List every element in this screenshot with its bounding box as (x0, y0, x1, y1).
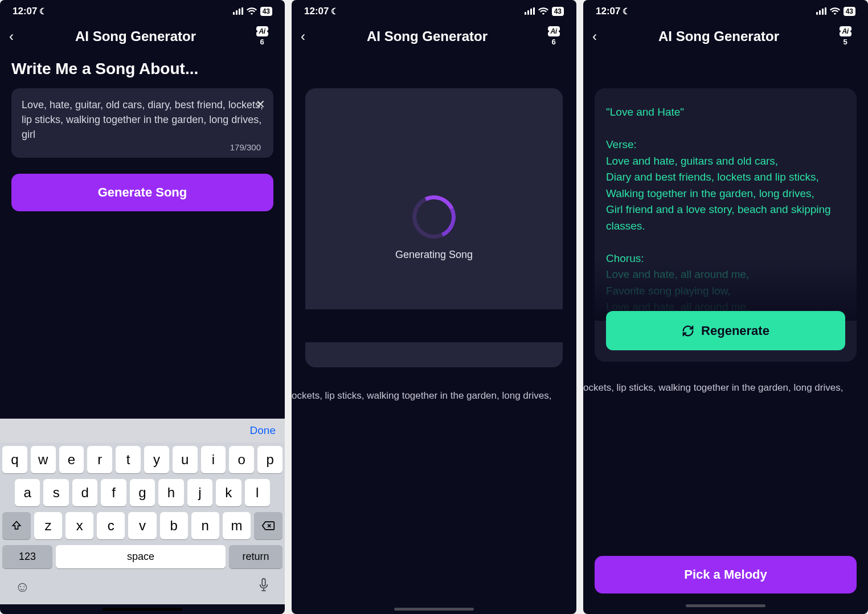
refresh-icon (682, 325, 694, 337)
back-button[interactable]: ‹ (592, 28, 606, 44)
key-c[interactable]: c (97, 512, 125, 539)
key-i[interactable]: i (201, 446, 226, 473)
status-time: 12:07 (13, 6, 37, 17)
home-indicator[interactable] (394, 608, 474, 611)
loading-text: Generating Song (395, 249, 473, 261)
key-g[interactable]: g (130, 479, 155, 506)
generate-song-button[interactable]: Generate Song (11, 174, 273, 211)
wifi-icon (247, 7, 257, 15)
svg-rect-0 (262, 579, 265, 586)
credits-badge[interactable]: Ai 5 (832, 26, 859, 46)
back-button[interactable]: ‹ (9, 28, 23, 44)
page-title: AI Song Generator (314, 28, 540, 44)
wifi-icon (538, 7, 548, 15)
emoji-icon[interactable]: ☺ (15, 578, 30, 596)
screen-result: 12:07 ☾ 43 ‹ AI Song Generator Ai 5 "Lov… (583, 0, 868, 614)
cellular-icon (525, 8, 535, 15)
nav-header: ‹ AI Song Generator Ai 6 (0, 19, 285, 48)
key-m[interactable]: m (223, 512, 251, 539)
key-t[interactable]: t (116, 446, 141, 473)
loading-card: Generating Song (305, 88, 563, 367)
screen-loading: 12:07 ☾ 43 ‹ AI Song Generator Ai 6 Gene… (292, 0, 576, 614)
key-a[interactable]: a (15, 479, 40, 506)
key-z[interactable]: z (34, 512, 62, 539)
loading-divider (305, 309, 563, 342)
key-u[interactable]: u (173, 446, 198, 473)
credits-count: 5 (843, 38, 847, 46)
pick-melody-button[interactable]: Pick a Melody (595, 556, 857, 593)
mic-icon[interactable] (257, 578, 270, 596)
key-d[interactable]: d (72, 479, 97, 506)
home-indicator[interactable] (686, 604, 765, 607)
key-backspace[interactable] (254, 512, 282, 539)
key-l[interactable]: l (245, 479, 270, 506)
key-v[interactable]: v (128, 512, 156, 539)
key-shift[interactable] (2, 512, 31, 539)
key-w[interactable]: w (31, 446, 56, 473)
chorus-label: Chorus: (606, 251, 845, 267)
key-return[interactable]: return (229, 545, 282, 568)
page-title: AI Song Generator (23, 28, 248, 44)
status-time: 12:07 (304, 6, 329, 17)
battery-icon: 43 (844, 7, 855, 16)
dnd-moon-icon: ☾ (623, 6, 630, 17)
nav-header: ‹ AI Song Generator Ai 5 (583, 19, 868, 48)
key-f[interactable]: f (101, 479, 126, 506)
chorus-line: Love and hate, all around me, (606, 267, 845, 283)
prompt-input[interactable]: Love, hate, guitar, old cars, diary, bes… (11, 88, 273, 158)
cellular-icon (233, 8, 243, 15)
key-p[interactable]: p (257, 446, 282, 473)
credits-count: 6 (260, 38, 264, 46)
status-bar: 12:07 ☾ 43 (0, 0, 285, 19)
verse-label: Verse: (606, 137, 845, 153)
key-o[interactable]: o (229, 446, 254, 473)
verse-line: Love and hate, guitars and old cars, (606, 153, 845, 170)
regenerate-label: Regenerate (701, 321, 769, 340)
nav-header: ‹ AI Song Generator Ai 6 (292, 19, 576, 48)
dnd-moon-icon: ☾ (331, 6, 338, 17)
key-h[interactable]: h (158, 479, 183, 506)
ai-badge-icon: Ai (840, 26, 851, 36)
regenerate-button[interactable]: Regenerate (606, 311, 845, 350)
keyboard-toolbar: Done (0, 419, 285, 443)
status-bar: 12:07 ☾ 43 (583, 0, 868, 19)
key-s[interactable]: s (43, 479, 68, 506)
back-button[interactable]: ‹ (301, 28, 314, 44)
key-x[interactable]: x (65, 512, 93, 539)
song-title: "Love and Hate" (606, 104, 845, 121)
prompt-text: Love, hate, guitar, old cars, diary, bes… (22, 99, 263, 140)
key-e[interactable]: e (59, 446, 84, 473)
dnd-moon-icon: ☾ (39, 6, 47, 17)
prompt-ticker: ockets, lip sticks, walking together in … (292, 390, 576, 402)
key-q[interactable]: q (2, 446, 27, 473)
key-j[interactable]: j (187, 479, 212, 506)
status-time: 12:07 (596, 6, 620, 17)
key-space[interactable]: space (56, 545, 226, 568)
key-b[interactable]: b (160, 512, 188, 539)
lyrics-card[interactable]: "Love and Hate" Verse: Love and hate, gu… (595, 88, 857, 362)
key-k[interactable]: k (216, 479, 241, 506)
key-123[interactable]: 123 (2, 545, 52, 568)
home-indicator[interactable] (103, 608, 182, 611)
credits-badge[interactable]: Ai 6 (248, 26, 276, 46)
keyboard: Done q w e r t y u i o p a s d f g h (0, 419, 285, 614)
clear-input-button[interactable]: ✕ (256, 96, 265, 113)
status-bar: 12:07 ☾ 43 (292, 0, 576, 19)
verse-line: Girl friend and a love story, beach and … (606, 202, 845, 234)
key-n[interactable]: n (191, 512, 219, 539)
key-y[interactable]: y (144, 446, 169, 473)
prompt-heading: Write Me a Song About... (0, 48, 285, 88)
verse-line: Diary and best friends, lockets and lip … (606, 169, 845, 186)
key-r[interactable]: r (87, 446, 112, 473)
page-title: AI Song Generator (606, 28, 832, 44)
credits-count: 6 (551, 38, 555, 46)
char-counter: 179/300 (230, 141, 261, 154)
screen-input: 12:07 ☾ 43 ‹ AI Song Generator Ai 6 Writ… (0, 0, 285, 614)
ai-badge-icon: Ai (256, 26, 268, 36)
credits-badge[interactable]: Ai 6 (540, 26, 567, 46)
battery-icon: 43 (552, 7, 564, 16)
cellular-icon (816, 8, 826, 15)
wifi-icon (830, 7, 840, 15)
ai-badge-icon: Ai (548, 26, 560, 36)
keyboard-done-button[interactable]: Done (250, 424, 276, 437)
